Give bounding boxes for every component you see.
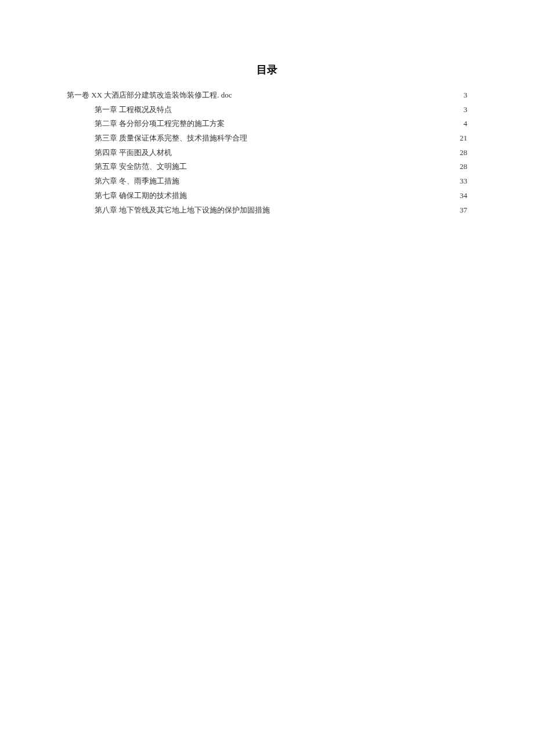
- toc-entry-text: 第六章 冬、雨季施工措施: [95, 174, 179, 189]
- toc-entry-text: 第二章 各分部分项工程完整的施工方案: [95, 117, 225, 131]
- toc-leader-dots: [188, 161, 459, 169]
- toc-entry-page: 28: [460, 146, 467, 160]
- toc-leader-dots: [271, 205, 459, 213]
- toc-leader-dots: [181, 176, 459, 183]
- toc-entry-text: 第一章 工程概况及特点: [95, 103, 172, 117]
- toc-entry[interactable]: 第三章 质量保证体系完整、技术措施科学合理21: [67, 131, 467, 146]
- toc-entry[interactable]: 第一章 工程概况及特点3: [67, 103, 467, 117]
- toc-entry-page: 3: [464, 88, 468, 103]
- toc-leader-dots: [173, 147, 459, 155]
- toc-entry[interactable]: 第五章 安全防范、文明施工28: [67, 160, 467, 174]
- toc-entry[interactable]: 第六章 冬、雨季施工措施33: [67, 174, 467, 189]
- toc-entry-text: 第七章 确保工期的技术措施: [95, 189, 187, 203]
- toc-entry-page: 28: [460, 160, 467, 174]
- toc-entry-text: 第四章 平面图及人材机: [95, 146, 172, 160]
- toc-entry-page: 33: [460, 174, 467, 189]
- toc-entry-page: 37: [460, 203, 467, 218]
- toc-entry-text: 第一卷 XX 大酒店部分建筑改造装饰装修工程. doc: [67, 88, 232, 103]
- toc-title: 目录: [67, 63, 467, 77]
- toc-container: 第一卷 XX 大酒店部分建筑改造装饰装修工程. doc3第一章 工程概况及特点3…: [67, 88, 467, 217]
- toc-entry-page: 4: [464, 117, 468, 131]
- toc-entry[interactable]: 第七章 确保工期的技术措施34: [67, 189, 467, 203]
- toc-leader-dots: [248, 133, 459, 141]
- toc-entry[interactable]: 第八章 地下管线及其它地上地下设施的保护加固措施37: [67, 203, 467, 218]
- toc-entry-text: 第五章 安全防范、文明施工: [95, 160, 187, 174]
- toc-entry-page: 3: [464, 103, 468, 117]
- toc-leader-dots: [188, 190, 459, 198]
- toc-leader-dots: [173, 105, 462, 112]
- toc-entry[interactable]: 第二章 各分部分项工程完整的施工方案4: [67, 117, 467, 131]
- toc-leader-dots: [226, 118, 462, 126]
- toc-leader-dots: [233, 90, 463, 98]
- toc-entry-text: 第八章 地下管线及其它地上地下设施的保护加固措施: [95, 203, 270, 218]
- toc-entry-text: 第三章 质量保证体系完整、技术措施科学合理: [95, 131, 247, 146]
- toc-entry[interactable]: 第一卷 XX 大酒店部分建筑改造装饰装修工程. doc3: [67, 88, 467, 103]
- toc-entry-page: 21: [460, 131, 467, 146]
- toc-entry-page: 34: [460, 189, 467, 203]
- toc-entry[interactable]: 第四章 平面图及人材机28: [67, 146, 467, 160]
